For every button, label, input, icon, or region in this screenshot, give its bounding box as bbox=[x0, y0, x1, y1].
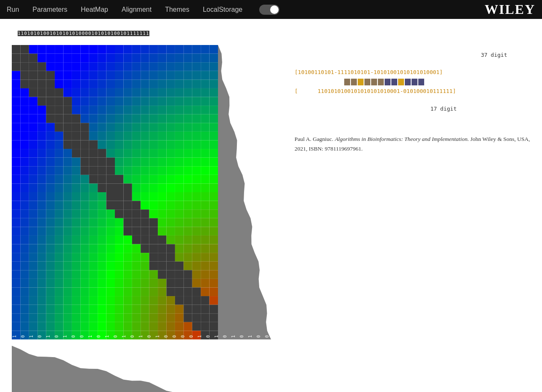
nav-run[interactable]: Run bbox=[7, 6, 19, 13]
right-panel: 37 digit [10100110101-1111010101-1010100… bbox=[286, 19, 542, 392]
theme-toggle[interactable] bbox=[259, 5, 279, 15]
nav-themes[interactable]: Themes bbox=[165, 6, 189, 13]
wiley-logo: WILEY bbox=[485, 2, 535, 17]
citation: Paul A. Gagniuc. Algorithms in Bioinform… bbox=[295, 135, 534, 154]
align-right-label: 37 digit bbox=[295, 42, 534, 68]
nav-localstorage[interactable]: LocalStorage bbox=[203, 6, 242, 13]
alignment-info: 37 digit [10100110101-1111010101-1010100… bbox=[295, 42, 534, 122]
navbar: Run Parameters HeatMap Alignment Themes … bbox=[0, 0, 542, 19]
bottom-histogram bbox=[12, 339, 218, 392]
nav-heatmap[interactable]: HeatMap bbox=[81, 6, 108, 13]
nav-parameters[interactable]: Parameters bbox=[32, 6, 67, 13]
align-bottom-seq: [ 1101010100101010101010001-010100010111… bbox=[295, 87, 534, 96]
citation-author: Paul A. Gagniuc. bbox=[295, 136, 333, 142]
top-sequence: 1101010100101010101000010101010010111111… bbox=[18, 31, 149, 36]
align-bottom-label: 17 digit bbox=[295, 96, 534, 122]
align-mid-blocks bbox=[295, 77, 534, 87]
nav-alignment[interactable]: Alignment bbox=[122, 6, 151, 13]
left-panel: 1101010100101010101000010101010010111111… bbox=[0, 19, 286, 392]
main-content: 1101010100101010101000010101010010111111… bbox=[0, 19, 542, 392]
citation-title: Algorithms in Bioinformatics: Theory and… bbox=[335, 136, 469, 142]
mini-blocks bbox=[344, 79, 424, 85]
